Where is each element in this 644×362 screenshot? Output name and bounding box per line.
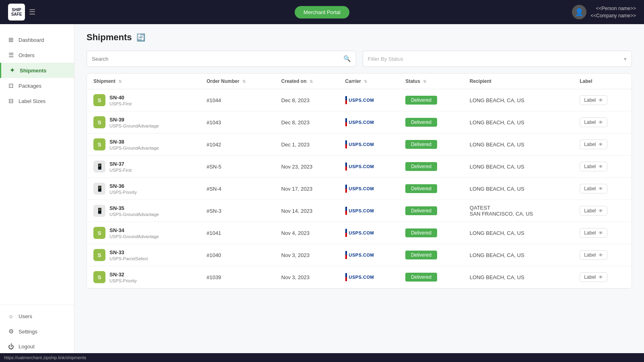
hamburger-icon[interactable]: ☰: [29, 8, 35, 16]
shopify-icon: S: [93, 271, 105, 283]
cell-carrier: USPS.COM: [339, 266, 399, 288]
usps-text: USPS.COM: [349, 253, 374, 257]
phone-icon: 📱: [93, 205, 105, 217]
recipient-city: LONG BEACH, CA, US: [470, 119, 524, 125]
usps-text: USPS.COM: [349, 142, 374, 147]
topbar-center: Merchant Portal: [295, 6, 349, 19]
cell-created-on: Nov 4, 2023: [275, 222, 339, 244]
cell-order-number: #1040: [200, 244, 275, 266]
cell-order-number: #SN-5: [200, 156, 275, 178]
merchant-portal-button[interactable]: Merchant Portal: [295, 6, 349, 19]
label-button[interactable]: Label 👁: [580, 140, 607, 149]
label-button[interactable]: Label 👁: [580, 184, 607, 193]
cell-recipient: LONG BEACH, CA, US: [463, 222, 573, 244]
label-button[interactable]: Label 👁: [580, 117, 607, 127]
cell-carrier: USPS.COM: [339, 89, 399, 111]
eye-icon: 👁: [599, 142, 603, 147]
search-icon[interactable]: 🔍: [343, 55, 351, 62]
status-badge: Delivered: [405, 162, 437, 171]
sidebar-item-label-orders: Orders: [19, 52, 35, 58]
recipient-city: LONG BEACH, CA, US: [470, 252, 524, 258]
table-body: S SN-40 USPS-First #1044 Dec 8, 2023 USP…: [87, 89, 632, 288]
cell-created-on: Dec 8, 2023: [275, 111, 339, 134]
cell-status: Delivered: [399, 178, 463, 200]
usps-bar: [345, 96, 347, 104]
label-button[interactable]: Label 👁: [580, 206, 607, 216]
table-row[interactable]: S SN-33 USPS-ParcelSelect #1040 Nov 3, 2…: [87, 244, 632, 266]
shipments-table: Shipment ⇅ Order Number ⇅ Created on ⇅ C…: [87, 73, 632, 289]
recipient-city: SAN FRANCISCO, CA, US: [470, 211, 567, 217]
cell-recipient: LONG BEACH, CA, US: [463, 266, 573, 288]
table-row[interactable]: S SN-32 USPS-Priority #1039 Nov 3, 2023 …: [87, 266, 632, 288]
phone-icon: 📱: [93, 183, 105, 195]
cell-carrier: USPS.COM: [339, 156, 399, 178]
cell-order-number: #SN-4: [200, 178, 275, 200]
table-row[interactable]: S SN-38 USPS-GroundAdvantage #1042 Dec 1…: [87, 134, 632, 156]
label-button[interactable]: Label 👁: [580, 95, 607, 105]
main-content: Shipments 🔄 🔍 Filter By Status ▾ Shipmen…: [74, 24, 644, 362]
cell-created-on: Nov 3, 2023: [275, 244, 339, 266]
shipment-id: SN-40: [109, 95, 132, 101]
shipments-icon: ✦: [8, 67, 16, 74]
label-button[interactable]: Label 👁: [580, 162, 607, 171]
label-button[interactable]: Label 👁: [580, 272, 607, 282]
table-row[interactable]: 📱 SN-35 USPS-GroundAdvantage #SN-3 Nov 1…: [87, 200, 632, 222]
label-sizes-icon: ⊟: [7, 97, 14, 105]
label-button[interactable]: Label 👁: [580, 250, 607, 260]
table-row[interactable]: S SN-40 USPS-First #1044 Dec 8, 2023 USP…: [87, 89, 632, 111]
sidebar-item-settings[interactable]: ⚙ Settings: [0, 324, 74, 339]
sidebar-item-dashboard[interactable]: ⊞ Dashboard: [0, 32, 74, 47]
cell-created-on: Dec 8, 2023: [275, 89, 339, 111]
phone-icon: 📱: [93, 160, 105, 173]
col-created-on: Created on ⇅: [275, 74, 339, 89]
sidebar-item-logout[interactable]: ⏻ Logout: [0, 339, 74, 354]
cell-status: Delivered: [399, 89, 463, 111]
sidebar-item-label-logout: Logout: [19, 343, 35, 350]
shipment-id: SN-35: [109, 205, 159, 211]
usps-logo: USPS.COM: [345, 96, 393, 104]
sidebar-item-shipments[interactable]: ✦ Shipments: [0, 63, 74, 78]
status-badge: Delivered: [405, 140, 437, 149]
shipment-service: USPS-First: [109, 101, 132, 106]
statusbar-url: https://uatmerchant.zipship.link/shipmen…: [4, 355, 86, 360]
page-header: Shipments 🔄: [87, 32, 632, 43]
cell-shipment: 📱 SN-36 USPS-Priority: [87, 178, 200, 200]
logo-area: SHIP SAFE ☰: [8, 4, 35, 21]
table-row[interactable]: S SN-34 USPS-GroundAdvantage #1041 Nov 4…: [87, 222, 632, 244]
cell-label: Label 👁: [573, 178, 632, 200]
refresh-icon[interactable]: 🔄: [136, 33, 145, 42]
usps-bar: [345, 251, 347, 259]
cell-shipment: S SN-34 USPS-GroundAdvantage: [87, 222, 200, 244]
cell-recipient: LONG BEACH, CA, US: [463, 156, 573, 178]
table-row[interactable]: 📱 SN-36 USPS-Priority #SN-4 Nov 17, 2023…: [87, 178, 632, 200]
shopify-icon: S: [93, 138, 105, 150]
sidebar-item-orders[interactable]: ☰ Orders: [0, 47, 74, 63]
recipient-name: QATEST: [470, 205, 567, 211]
sidebar-item-label-sizes[interactable]: ⊟ Label Sizes: [0, 93, 74, 109]
cell-shipment: S SN-33 USPS-ParcelSelect: [87, 244, 200, 266]
cell-status: Delivered: [399, 111, 463, 134]
shipment-id: SN-38: [109, 139, 159, 145]
cell-label: Label 👁: [573, 156, 632, 178]
sidebar-item-packages[interactable]: ⊡ Packages: [0, 78, 74, 93]
label-text: Label: [584, 186, 596, 191]
orders-icon: ☰: [7, 51, 14, 59]
page-title: Shipments: [87, 32, 132, 43]
usps-logo: USPS.COM: [345, 185, 393, 193]
search-input[interactable]: [92, 56, 343, 62]
shopify-icon: S: [93, 249, 105, 261]
table-row[interactable]: 📱 SN-37 USPS-First #SN-5 Nov 23, 2023 US…: [87, 156, 632, 178]
table-row[interactable]: S SN-39 USPS-GroundAdvantage #1043 Dec 8…: [87, 111, 632, 134]
eye-icon: 👁: [599, 275, 603, 280]
shipment-id: SN-37: [109, 161, 132, 167]
filter-status-dropdown[interactable]: Filter By Status ▾: [363, 51, 632, 67]
sidebar-item-users[interactable]: ○ Users: [0, 309, 74, 324]
cell-label: Label 👁: [573, 134, 632, 156]
cell-carrier: USPS.COM: [339, 222, 399, 244]
label-text: Label: [584, 274, 596, 280]
cell-recipient: LONG BEACH, CA, US: [463, 111, 573, 134]
cell-carrier: USPS.COM: [339, 178, 399, 200]
recipient-city: LONG BEACH, CA, US: [470, 230, 524, 236]
label-button[interactable]: Label 👁: [580, 228, 607, 238]
search-box[interactable]: 🔍: [87, 51, 356, 67]
